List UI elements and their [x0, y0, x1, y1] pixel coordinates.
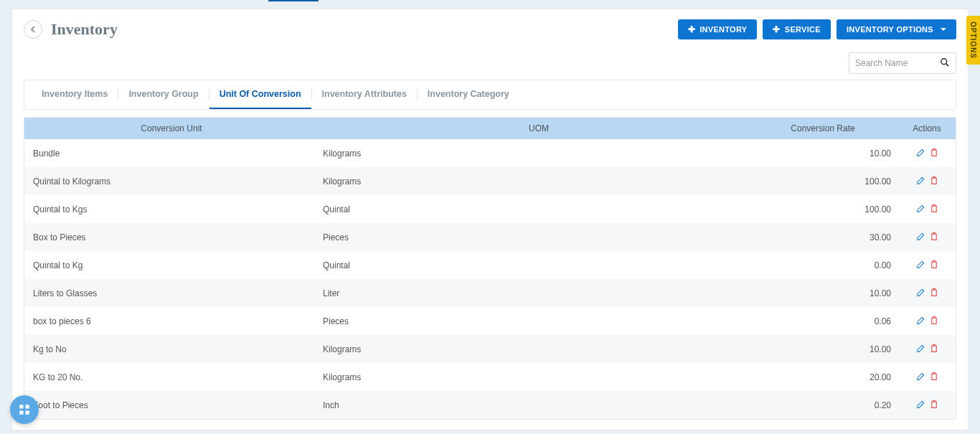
cell-conversion-unit: Quintal to Kg [24, 260, 319, 270]
edit-icon[interactable] [916, 288, 925, 299]
tab-inventory-group[interactable]: Inventory Group [118, 80, 208, 109]
cell-conversion-unit: Bundle [24, 148, 319, 159]
cell-rate: 20.00 [755, 372, 898, 382]
cell-uom: Quintal [319, 204, 755, 214]
cell-uom: Inch [319, 400, 755, 410]
table-header-row: Conversion Unit UOM Conversion Rate Acti… [24, 118, 956, 139]
cell-uom: Kilograms [319, 344, 755, 354]
grid-apps-icon [18, 403, 31, 416]
cell-actions [898, 260, 956, 271]
svg-point-0 [941, 58, 947, 64]
cell-rate: 100.00 [755, 176, 898, 187]
cell-rate: 30.00 [755, 232, 898, 242]
cell-conversion-unit: Foot to Pieces [24, 400, 319, 410]
edit-icon[interactable] [916, 344, 925, 355]
tab-unit-of-conversion[interactable]: Unit Of Conversion [209, 80, 311, 109]
delete-icon[interactable] [930, 344, 938, 355]
edit-icon[interactable] [916, 372, 925, 383]
cell-conversion-unit: KG to 20 No. [24, 372, 319, 382]
table-row: Liters to GlassesLiter10.00 [24, 279, 956, 307]
edit-icon[interactable] [916, 204, 925, 215]
page-title: Inventory [51, 20, 118, 39]
delete-icon[interactable] [930, 372, 938, 383]
cell-conversion-unit: Quintal to Kgs [24, 204, 319, 214]
cell-rate: 0.00 [755, 260, 898, 270]
side-options-tab[interactable]: OPTIONS [966, 16, 980, 65]
main-card: Inventory ✚ INVENTORY ✚ SERVICE INVENTOR… [11, 9, 969, 430]
svg-line-1 [946, 63, 949, 66]
cell-actions [898, 176, 956, 187]
plus-icon: ✚ [773, 24, 780, 34]
cell-actions [898, 316, 956, 327]
tab-inventory-items[interactable]: Inventory Items [32, 80, 118, 109]
cell-rate: 10.00 [755, 148, 898, 159]
table-row: KG to 20 No.Kilograms20.00 [24, 363, 956, 391]
edit-icon[interactable] [916, 260, 925, 271]
svg-rect-5 [26, 411, 29, 415]
edit-icon[interactable] [916, 400, 925, 411]
cell-rate: 0.20 [755, 400, 898, 410]
cell-conversion-unit: Box to Pieces [24, 232, 319, 242]
edit-icon[interactable] [916, 316, 925, 327]
cell-rate: 10.00 [755, 288, 898, 298]
delete-icon[interactable] [930, 260, 938, 271]
delete-icon[interactable] [930, 316, 938, 327]
cell-uom: Quintal [319, 260, 755, 270]
delete-icon[interactable] [930, 204, 938, 215]
cell-conversion-unit: Quintal to Kilograms [24, 176, 319, 187]
delete-icon[interactable] [930, 288, 938, 299]
table-row: Kg to NoKilograms10.00 [24, 335, 956, 363]
delete-icon[interactable] [930, 148, 938, 159]
chevron-left-icon [30, 26, 36, 33]
cell-actions [898, 232, 956, 243]
plus-icon: ✚ [688, 24, 695, 34]
svg-rect-2 [19, 405, 23, 408]
col-header-unit: Conversion Unit [24, 123, 319, 133]
cell-uom: Liter [319, 288, 755, 298]
cell-actions [898, 372, 956, 383]
cell-conversion-unit: Kg to No [24, 344, 319, 354]
cell-uom: Pieces [319, 316, 755, 326]
cell-rate: 100.00 [755, 204, 898, 214]
inventory-options-dropdown[interactable]: INVENTORY OPTIONS [837, 19, 956, 39]
cell-uom: Kilograms [319, 148, 755, 159]
delete-icon[interactable] [930, 232, 938, 243]
edit-icon[interactable] [916, 232, 925, 243]
cell-uom: Kilograms [319, 176, 755, 187]
col-header-actions: Actions [898, 123, 956, 133]
cell-conversion-unit: box to pieces 6 [24, 316, 319, 326]
cell-rate: 0.06 [755, 316, 898, 326]
search-icon[interactable] [940, 57, 950, 70]
table-row: box to pieces 6Pieces0.06 [24, 307, 956, 335]
edit-icon[interactable] [916, 176, 925, 187]
cell-uom: Pieces [319, 232, 755, 242]
table-row: BundleKilograms10.00 [24, 139, 956, 167]
conversion-table: Conversion Unit UOM Conversion Rate Acti… [24, 117, 956, 420]
search-input[interactable] [855, 58, 940, 68]
cell-actions [898, 288, 956, 299]
add-inventory-button[interactable]: ✚ INVENTORY [678, 19, 758, 39]
table-row: Foot to PiecesInch0.20 [24, 391, 956, 419]
svg-rect-4 [19, 411, 23, 415]
table-row: Quintal to KilogramsKilograms100.00 [24, 167, 956, 195]
cell-uom: Kilograms [319, 372, 755, 382]
chevron-down-icon [941, 28, 946, 31]
delete-icon[interactable] [930, 176, 938, 187]
cell-actions [898, 344, 956, 355]
table-row: Box to PiecesPieces30.00 [24, 223, 956, 251]
cell-actions [898, 400, 956, 411]
table-row: Quintal to KgsQuintal100.00 [24, 195, 956, 223]
cell-actions [898, 148, 956, 159]
cell-rate: 10.00 [755, 344, 898, 354]
add-service-button[interactable]: ✚ SERVICE [763, 19, 831, 39]
tab-inventory-category[interactable]: Inventory Category [418, 80, 519, 109]
tab-inventory-attributes[interactable]: Inventory Attributes [312, 80, 417, 109]
edit-icon[interactable] [916, 148, 925, 159]
svg-rect-3 [26, 405, 29, 408]
back-button[interactable] [24, 20, 42, 39]
delete-icon[interactable] [930, 400, 938, 411]
col-header-uom: UOM [319, 123, 755, 133]
apps-fab[interactable] [10, 395, 39, 424]
cell-actions [898, 204, 956, 215]
search-container [849, 52, 956, 74]
